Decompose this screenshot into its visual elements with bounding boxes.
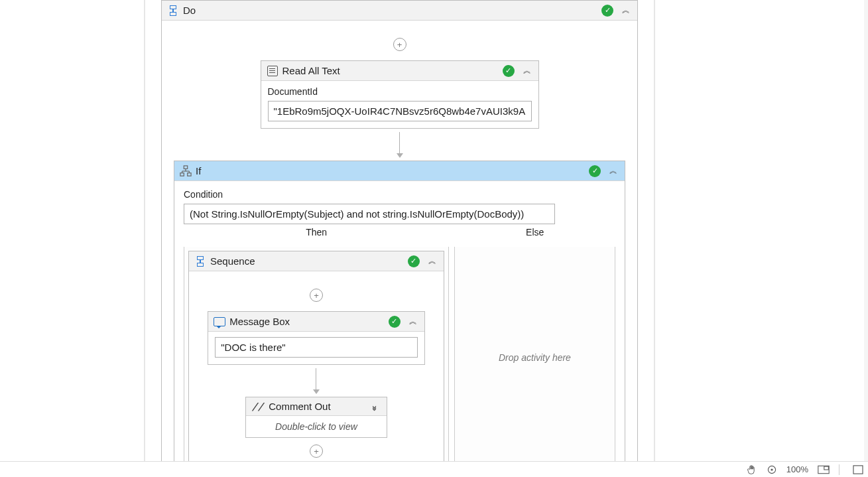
comment-out-hint: Double-click to view [246, 416, 387, 437]
activity-if-header[interactable]: If ✓ ︽ [174, 161, 625, 181]
activity-message-box[interactable]: Message Box ✓ ︽ [208, 311, 424, 365]
activity-if-title: If [196, 165, 589, 176]
activity-read-all-text[interactable]: Read All Text ✓ ︽ DocumentId [261, 60, 539, 129]
collapse-toggle-icon[interactable]: ︽ [607, 165, 619, 177]
activity-message-box-title: Message Box [229, 316, 388, 327]
activity-do-header[interactable]: Do ✓ ︽ [162, 1, 637, 21]
statusbar-divider [839, 464, 843, 475]
svg-point-8 [771, 468, 773, 470]
svg-rect-0 [184, 165, 187, 169]
message-box-icon [214, 316, 225, 328]
activity-comment-out[interactable]: // Comment Out »» Double-click to view [245, 397, 387, 438]
condition-label: Condition [184, 189, 615, 200]
activity-do[interactable]: Do ✓ ︽ + Read All Text ✓ ︽ D [161, 0, 638, 477]
then-branch-dropzone[interactable]: Sequence ✓ ︽ + [184, 247, 449, 468]
fit-to-screen-icon[interactable] [767, 464, 777, 475]
zoom-level[interactable]: 100% [786, 464, 808, 474]
sequence-icon [167, 5, 179, 17]
validation-ok-icon: ✓ [408, 255, 420, 267]
plus-icon[interactable]: + [310, 444, 323, 458]
designer-status-bar: 100% [0, 461, 868, 477]
condition-input[interactable] [184, 204, 555, 224]
sequence-icon [194, 255, 206, 267]
activity-read-all-text-title: Read All Text [282, 65, 503, 76]
if-icon [180, 165, 192, 177]
overview-map-icon[interactable] [818, 465, 830, 474]
else-branch-dropzone[interactable]: Drop activity here [454, 247, 615, 468]
insert-activity-seq-bottom[interactable]: + [198, 444, 434, 458]
collapse-toggle-icon[interactable]: ︽ [407, 316, 419, 328]
comment-out-icon: // [251, 401, 263, 413]
svg-rect-11 [853, 465, 863, 473]
insert-activity-seq-top[interactable]: + [198, 289, 434, 302]
activity-read-all-text-header[interactable]: Read All Text ✓ ︽ [261, 61, 538, 81]
pan-tool-icon[interactable] [747, 464, 757, 475]
then-branch-label: Then [184, 226, 449, 241]
activity-comment-out-title: Comment Out [269, 401, 369, 412]
plus-icon[interactable]: + [393, 38, 406, 51]
activity-message-box-header[interactable]: Message Box ✓ ︽ [208, 312, 424, 332]
expand-toggle-icon[interactable]: »» [369, 401, 381, 413]
canvas-edge [864, 0, 868, 477]
flow-connector [171, 129, 628, 161]
flow-connector [198, 365, 434, 397]
document-id-label: DocumentId [268, 86, 532, 97]
collapse-toggle-icon[interactable]: ︽ [426, 255, 438, 267]
svg-rect-10 [824, 466, 829, 470]
canvas-right-gutter [654, 0, 655, 477]
svg-rect-6 [188, 172, 191, 176]
collapse-toggle-icon[interactable]: ︽ [620, 5, 632, 17]
insert-activity-top[interactable]: + [171, 38, 628, 51]
validation-ok-icon: ✓ [503, 65, 515, 77]
collapse-toggle-icon[interactable]: ︽ [521, 65, 533, 77]
validation-ok-icon: ✓ [589, 165, 601, 177]
workflow-designer-surface[interactable]: Do ✓ ︽ + Read All Text ✓ ︽ D [145, 0, 654, 477]
activity-comment-out-header[interactable]: // Comment Out »» [246, 397, 387, 416]
else-placeholder-text: Drop activity here [499, 352, 571, 363]
file-text-icon [267, 65, 279, 77]
document-id-input[interactable] [268, 101, 532, 121]
activity-if[interactable]: If ✓ ︽ Condition Then Else [174, 161, 625, 476]
validation-ok-icon: ✓ [389, 316, 401, 328]
activity-sequence-title: Sequence [210, 255, 408, 267]
activity-sequence[interactable]: Sequence ✓ ︽ + [188, 251, 444, 464]
message-box-text-input[interactable] [215, 337, 417, 358]
plus-icon[interactable]: + [310, 289, 323, 302]
expand-all-icon[interactable] [852, 465, 864, 474]
svg-rect-5 [180, 172, 184, 176]
validation-ok-icon: ✓ [601, 5, 613, 17]
else-branch-label: Else [454, 226, 615, 241]
activity-sequence-header[interactable]: Sequence ✓ ︽ [189, 251, 444, 271]
activity-do-title: Do [183, 5, 601, 16]
